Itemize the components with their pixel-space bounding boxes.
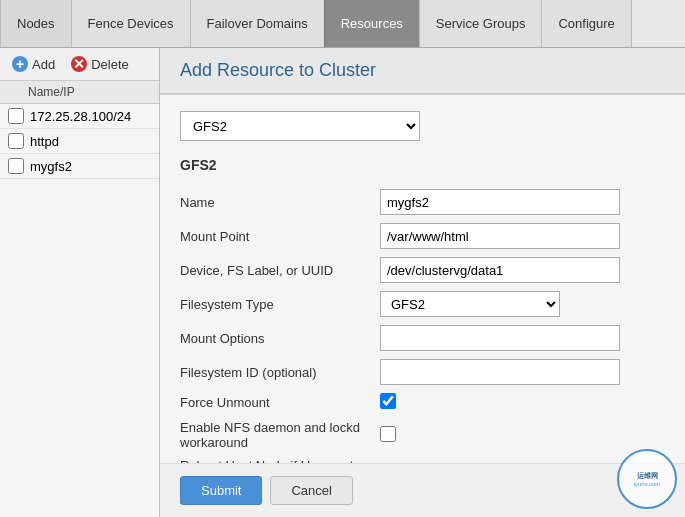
resource-select-row: GFS2 NFS IP Script bbox=[180, 111, 665, 141]
delete-button[interactable]: ✕ Delete bbox=[67, 54, 133, 74]
modal-title: Add Resource to Cluster bbox=[180, 60, 665, 81]
nfs-daemon-row: Enable NFS daemon and lockd workaround bbox=[180, 416, 665, 454]
toolbar: + Add ✕ Delete bbox=[0, 48, 159, 81]
mount-options-input[interactable] bbox=[380, 325, 620, 351]
reboot-row: Reboot Host Node if Unmount Fails bbox=[180, 454, 665, 463]
modal-title-bar: Add Resource to Cluster bbox=[160, 48, 685, 95]
device-label: Device, FS Label, or UUID bbox=[180, 253, 380, 287]
mount-point-input[interactable] bbox=[380, 223, 620, 249]
submit-button[interactable]: Submit bbox=[180, 476, 262, 505]
modal-overlay: Add Resource to Cluster GFS2 NFS IP Scri… bbox=[160, 48, 685, 517]
left-panel: + Add ✕ Delete Name/IP 172.25.28.100/24 … bbox=[0, 48, 160, 517]
add-button[interactable]: + Add bbox=[8, 54, 59, 74]
item1-checkbox[interactable] bbox=[8, 108, 24, 124]
nfs-daemon-label: Enable NFS daemon and lockd workaround bbox=[180, 416, 380, 454]
fs-id-label: Filesystem ID (optional) bbox=[180, 355, 380, 389]
fs-id-row: Filesystem ID (optional) bbox=[180, 355, 665, 389]
force-unmount-label: Force Unmount bbox=[180, 389, 380, 416]
nfs-daemon-checkbox[interactable] bbox=[380, 426, 396, 442]
mount-point-row: Mount Point bbox=[180, 219, 665, 253]
tab-nodes[interactable]: Nodes bbox=[0, 0, 72, 47]
list-item[interactable]: 172.25.28.100/24 bbox=[0, 104, 159, 129]
device-row: Device, FS Label, or UUID bbox=[180, 253, 665, 287]
watermark: 运维网 iyunv.com bbox=[617, 449, 677, 509]
tab-service-groups[interactable]: Service Groups bbox=[419, 0, 543, 47]
fs-type-label: Filesystem Type bbox=[180, 287, 380, 321]
mount-point-label: Mount Point bbox=[180, 219, 380, 253]
fs-id-input[interactable] bbox=[380, 359, 620, 385]
delete-icon: ✕ bbox=[71, 56, 87, 72]
resource-type-select[interactable]: GFS2 NFS IP Script bbox=[180, 111, 420, 141]
tab-configure[interactable]: Configure bbox=[541, 0, 631, 47]
modal-footer: Submit Cancel bbox=[160, 463, 685, 517]
fs-type-select[interactable]: GFS2 ext3 ext4 xfs bbox=[380, 291, 560, 317]
form-table: Name Mount Point Device, FS Label, or UU… bbox=[180, 185, 665, 463]
device-input[interactable] bbox=[380, 257, 620, 283]
list-item[interactable]: httpd bbox=[0, 129, 159, 154]
tab-fence-devices[interactable]: Fence Devices bbox=[71, 0, 191, 47]
cancel-button[interactable]: Cancel bbox=[270, 476, 352, 505]
reboot-label: Reboot Host Node if Unmount Fails bbox=[180, 454, 380, 463]
force-unmount-row: Force Unmount bbox=[180, 389, 665, 416]
tab-resources[interactable]: Resources bbox=[324, 0, 420, 47]
list-item[interactable]: mygfs2 bbox=[0, 154, 159, 179]
mount-options-row: Mount Options bbox=[180, 321, 665, 355]
name-row: Name bbox=[180, 185, 665, 219]
section-title: GFS2 bbox=[180, 157, 665, 173]
item3-checkbox[interactable] bbox=[8, 158, 24, 174]
modal-body: GFS2 NFS IP Script GFS2 Name Mount Point bbox=[160, 95, 685, 463]
name-input[interactable] bbox=[380, 189, 620, 215]
nav-bar: Nodes Fence Devices Failover Domains Res… bbox=[0, 0, 685, 48]
name-label: Name bbox=[180, 185, 380, 219]
list-items: 172.25.28.100/24 httpd mygfs2 bbox=[0, 104, 159, 179]
modal-content: Add Resource to Cluster GFS2 NFS IP Scri… bbox=[160, 48, 685, 517]
fs-type-row: Filesystem Type GFS2 ext3 ext4 xfs bbox=[180, 287, 665, 321]
mount-options-label: Mount Options bbox=[180, 321, 380, 355]
force-unmount-checkbox[interactable] bbox=[380, 393, 396, 409]
tab-failover-domains[interactable]: Failover Domains bbox=[190, 0, 325, 47]
table-header: Name/IP bbox=[0, 81, 159, 104]
item2-checkbox[interactable] bbox=[8, 133, 24, 149]
add-icon: + bbox=[12, 56, 28, 72]
